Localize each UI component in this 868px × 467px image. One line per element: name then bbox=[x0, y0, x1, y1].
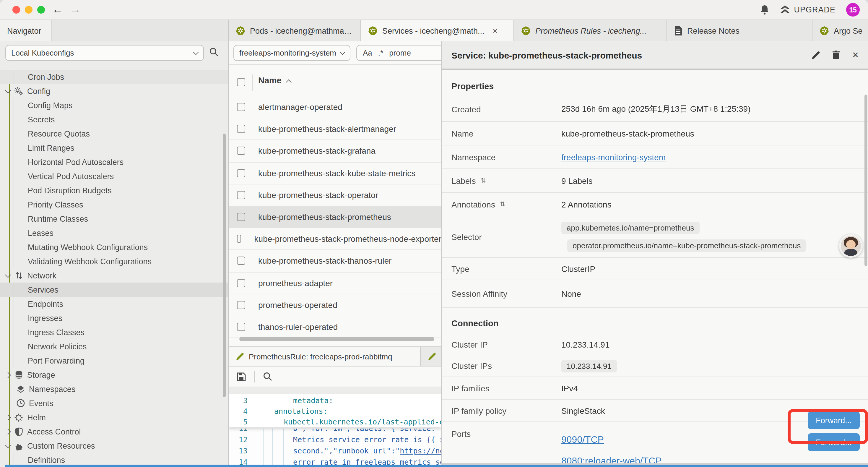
sidebar-item-network-policies[interactable]: Network Policies bbox=[0, 339, 228, 353]
navigator-tab[interactable]: Navigator bbox=[0, 20, 52, 41]
row-checkbox[interactable] bbox=[237, 191, 245, 199]
edit-icon[interactable] bbox=[812, 51, 820, 59]
forward-button[interactable]: → bbox=[70, 2, 81, 17]
sidebar-item-horizontal-pod-autoscalers[interactable]: Horizontal Pod Autoscalers bbox=[0, 155, 228, 169]
sidebar-item-helm[interactable]: Helm bbox=[0, 410, 228, 425]
editor-tab[interactable] bbox=[421, 347, 441, 366]
sidebar-item-priority-classes[interactable]: Priority Classes bbox=[0, 198, 228, 212]
sort-toggle-icon[interactable]: ⇅ bbox=[481, 177, 486, 184]
notification-count-badge[interactable]: 15 bbox=[846, 3, 860, 17]
select-all-checkbox[interactable] bbox=[237, 78, 245, 86]
chevron-right-icon[interactable] bbox=[5, 372, 11, 378]
code-link[interactable]: https://net bbox=[400, 446, 441, 455]
chevron-right-icon[interactable] bbox=[5, 429, 11, 435]
tab-prometheus[interactable]: Prometheus Rules - icecheng... bbox=[514, 20, 667, 41]
table-row[interactable]: kube-prometheus-stack-alertmanager bbox=[229, 118, 441, 140]
table-row[interactable]: kube-prometheus-stack-prometheus bbox=[229, 206, 441, 228]
sidebar-item-port-forwarding[interactable]: Port Forwarding bbox=[0, 353, 228, 368]
table-row[interactable]: prometheus-operated bbox=[229, 294, 441, 316]
sidebar-item-custom-resources[interactable]: Custom Resources bbox=[0, 439, 228, 453]
table-row[interactable]: kube-prometheus-stack-operator bbox=[229, 184, 441, 206]
tab-services[interactable]: Services - icecheng@math...× bbox=[361, 20, 514, 41]
sidebar-item-access-control[interactable]: Access Control bbox=[0, 425, 228, 439]
sidebar-item-pod-disruption-budgets[interactable]: Pod Disruption Budgets bbox=[0, 183, 228, 198]
table-row[interactable]: kube-prometheus-stack-thanos-ruler bbox=[229, 250, 441, 272]
sidebar-item-namespaces[interactable]: Namespaces bbox=[0, 382, 228, 396]
table-row[interactable]: prometheus-adapter bbox=[229, 272, 441, 294]
clock-icon bbox=[16, 399, 25, 408]
back-button[interactable]: ← bbox=[52, 2, 63, 17]
sidebar-item-services[interactable]: Services bbox=[0, 283, 228, 297]
forward-button[interactable]: Forward... bbox=[808, 433, 860, 451]
sidebar-item-runtime-classes[interactable]: Runtime Classes bbox=[0, 212, 228, 226]
field-link[interactable]: freeleaps-monitoring-system bbox=[561, 152, 665, 162]
close-window-button[interactable] bbox=[12, 6, 20, 13]
row-checkbox[interactable] bbox=[237, 169, 245, 177]
save-icon[interactable] bbox=[237, 372, 246, 381]
close-icon[interactable]: × bbox=[852, 49, 859, 61]
sidebar-item-validating-webhook-configurations[interactable]: Validating Webhook Configurations bbox=[0, 254, 228, 268]
horizontal-scrollbar[interactable] bbox=[239, 337, 434, 341]
sidebar-item-config-maps[interactable]: Config Maps bbox=[0, 98, 228, 112]
sidebar-item-cron-jobs[interactable]: Cron Jobs bbox=[0, 70, 228, 84]
sort-toggle-icon[interactable]: ⇅ bbox=[500, 200, 505, 208]
table-row[interactable]: kube-prometheus-stack-prometheus-node-ex… bbox=[229, 228, 441, 250]
sidebar-search-icon[interactable] bbox=[209, 47, 219, 57]
panel-row: IP family policySingleStack bbox=[442, 400, 868, 422]
table-row[interactable]: alertmanager-operated bbox=[229, 96, 441, 118]
row-checkbox[interactable] bbox=[237, 213, 245, 221]
chevron-down-icon[interactable] bbox=[5, 442, 11, 448]
sidebar-item-leases[interactable]: Leases bbox=[0, 226, 228, 240]
table-row[interactable]: kube-prometheus-stack-grafana bbox=[229, 140, 441, 162]
maximize-window-button[interactable] bbox=[37, 6, 45, 13]
forward-button[interactable]: Forward... bbox=[808, 411, 860, 429]
match-case-toggle[interactable]: Aa bbox=[363, 49, 372, 57]
sidebar-item-network[interactable]: Network bbox=[0, 268, 228, 283]
upgrade-button[interactable]: UPGRADE bbox=[780, 5, 836, 14]
sidebar-item-secrets[interactable]: Secrets bbox=[0, 112, 228, 126]
panel-scrollbar[interactable] bbox=[864, 95, 867, 266]
avatar[interactable] bbox=[839, 234, 863, 258]
tab-release[interactable]: Release Notes bbox=[667, 20, 812, 41]
regex-toggle[interactable]: .* bbox=[378, 49, 383, 57]
editor-search-icon[interactable] bbox=[263, 372, 272, 381]
sidebar-item-events[interactable]: Events bbox=[0, 396, 228, 410]
tab-argo[interactable]: Argo Se bbox=[812, 20, 868, 41]
close-tab-icon[interactable]: × bbox=[493, 26, 498, 35]
sidebar-item-vertical-pod-autoscalers[interactable]: Vertical Pod Autoscalers bbox=[0, 169, 228, 183]
chevron-down-icon[interactable] bbox=[5, 272, 11, 278]
row-checkbox[interactable] bbox=[237, 147, 245, 155]
chevron-down-icon[interactable] bbox=[5, 87, 11, 93]
row-checkbox[interactable] bbox=[237, 279, 245, 287]
chevron-right-icon[interactable] bbox=[5, 414, 11, 420]
minimize-window-button[interactable] bbox=[25, 6, 32, 13]
notifications-bell-icon[interactable] bbox=[760, 5, 769, 15]
sidebar-item-endpoints[interactable]: Endpoints bbox=[0, 297, 228, 311]
sidebar-item-storage[interactable]: Storage bbox=[0, 368, 228, 382]
kubeconfig-select[interactable]: Local Kubeconfigs bbox=[5, 45, 204, 61]
delete-icon[interactable] bbox=[832, 50, 840, 60]
sidebar-item-ingresses[interactable]: Ingresses bbox=[0, 311, 228, 325]
row-checkbox[interactable] bbox=[237, 125, 245, 133]
tab-pods[interactable]: Pods - icecheng@mathmas... bbox=[229, 20, 361, 41]
search-input[interactable]: Aa .* prome bbox=[356, 45, 441, 61]
namespace-select[interactable]: freeleaps-monitoring-system bbox=[234, 45, 350, 61]
row-checkbox[interactable] bbox=[237, 235, 241, 243]
pencil-icon bbox=[236, 352, 244, 360]
sidebar-item-config[interactable]: Config bbox=[0, 84, 228, 98]
editor-tab[interactable]: PrometheusRule: freeleaps-prod-rabbitmq bbox=[229, 347, 421, 366]
sidebar-item-ingress-classes[interactable]: Ingress Classes bbox=[0, 325, 228, 339]
sidebar-item-resource-quotas[interactable]: Resource Quotas bbox=[0, 126, 228, 141]
sidebar-item-mutating-webhook-configurations[interactable]: Mutating Webhook Configurations bbox=[0, 240, 228, 254]
name-column-header[interactable]: Name bbox=[258, 76, 290, 85]
table-row[interactable]: thanos-ruler-operated bbox=[229, 316, 441, 338]
row-checkbox[interactable] bbox=[237, 103, 245, 111]
yaml-editor[interactable]: 3metadata:4annotations:5kubectl.kubernet… bbox=[229, 394, 441, 467]
row-checkbox[interactable] bbox=[237, 257, 245, 265]
sidebar-item-limit-ranges[interactable]: Limit Ranges bbox=[0, 141, 228, 155]
port-link[interactable]: 9090/TCP bbox=[561, 435, 604, 445]
row-checkbox[interactable] bbox=[237, 323, 245, 331]
table-row[interactable]: kube-prometheus-stack-kube-state-metrics bbox=[229, 162, 441, 184]
sidebar-scrollbar[interactable] bbox=[223, 134, 226, 397]
row-checkbox[interactable] bbox=[237, 301, 245, 309]
